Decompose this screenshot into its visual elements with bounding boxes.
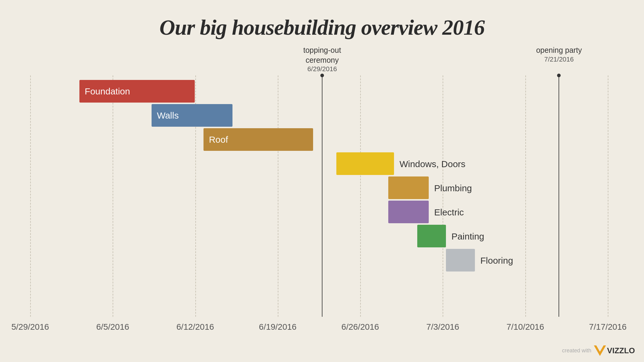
axis-label: 7/17/2016 <box>589 322 627 332</box>
vizzlo-brand: VIZZLO <box>607 346 635 355</box>
milestone-line: topping-outceremony6/29/2016 <box>322 75 322 317</box>
gantt-bar-windows--doors <box>336 152 394 175</box>
grid-line <box>360 75 361 317</box>
axis-label: 6/26/2016 <box>341 322 379 332</box>
vizzlo-icon <box>594 345 606 356</box>
grid-line <box>30 75 31 317</box>
vizzlo-logo: VIZZLO <box>594 345 635 356</box>
axis-label: 7/3/2016 <box>426 322 459 332</box>
gantt-label-outside-plumbing: Plumbing <box>434 183 472 193</box>
gantt-bar-foundation: Foundation <box>79 80 195 103</box>
gantt-label-outside-electric: Electric <box>434 207 464 218</box>
axis-label: 6/5/2016 <box>96 322 129 332</box>
gantt-bar-roof: Roof <box>203 128 313 151</box>
chart-title: Our big housebuilding overview 2016 <box>0 0 644 40</box>
gantt-bar-painting <box>417 225 446 247</box>
axis-label: 6/12/2016 <box>176 322 214 332</box>
watermark: created with VIZZLO <box>562 345 635 356</box>
axis-label: 7/10/2016 <box>506 322 544 332</box>
grid-line <box>278 75 278 317</box>
milestone-line: opening party7/21/2016 <box>559 75 559 317</box>
grid-line <box>525 75 526 317</box>
axis-label: 5/29/2016 <box>11 322 49 332</box>
milestone-label: topping-outceremony6/29/2016 <box>303 45 341 74</box>
milestone-dot <box>557 74 561 77</box>
gantt-bar-electric <box>388 201 429 223</box>
gantt-bar-flooring <box>446 249 475 272</box>
gantt-bar-label: Foundation <box>85 86 130 97</box>
axis-label: 6/19/2016 <box>259 322 297 332</box>
grid-line <box>608 75 608 317</box>
milestone-dot <box>320 74 324 77</box>
milestone-label: opening party7/21/2016 <box>536 45 582 64</box>
grid-line <box>443 75 443 317</box>
gantt-bar-plumbing <box>388 176 429 199</box>
gantt-label-outside-flooring: Flooring <box>480 256 513 266</box>
grid-line <box>113 75 113 317</box>
chart-area: 5/29/20166/5/20166/12/20166/19/20166/26/… <box>18 51 626 332</box>
gantt-label-outside-painting: Painting <box>451 231 484 242</box>
chart-container: Our big housebuilding overview 2016 5/29… <box>0 0 644 362</box>
watermark-text: created with <box>562 348 591 354</box>
gantt-bar-label: Roof <box>209 135 228 145</box>
gantt-label-outside-windows--doors: Windows, Doors <box>399 159 465 169</box>
gantt-bar-walls: Walls <box>152 104 232 127</box>
gantt-bar-label: Walls <box>157 110 179 121</box>
